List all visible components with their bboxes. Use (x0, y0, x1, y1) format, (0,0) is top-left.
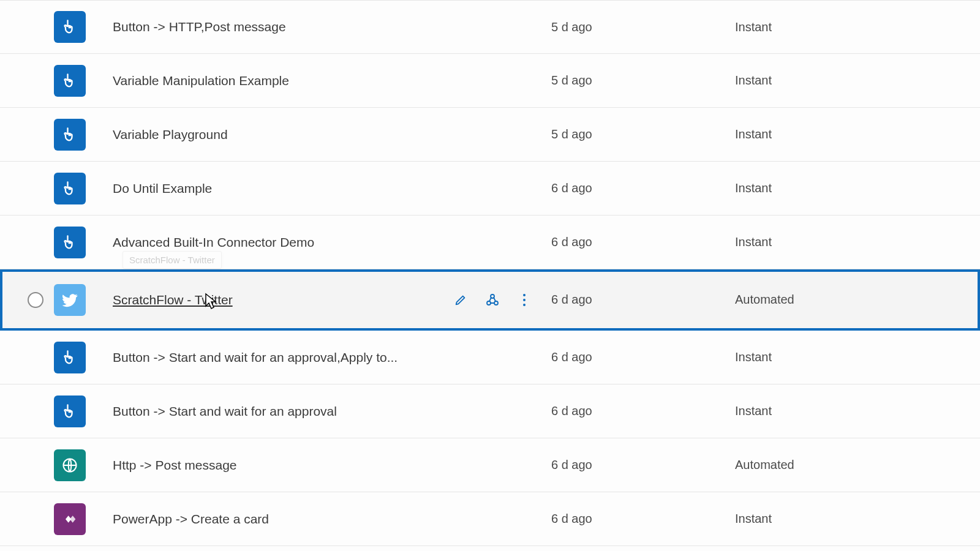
modified-time: 5 d ago (551, 20, 735, 34)
flow-type: Automated (735, 458, 980, 472)
flow-type: Instant (735, 512, 980, 526)
modified-time: 5 d ago (551, 73, 735, 88)
flow-name[interactable]: PowerApp -> Create a card (91, 512, 453, 527)
icon-col (54, 119, 91, 151)
modified-time: 6 d ago (551, 181, 735, 195)
flow-row[interactable]: ScratchFlow - Twitter6 d agoAutomatedScr… (0, 269, 980, 331)
flow-row[interactable]: Http -> Post message6 d agoAutomated (0, 438, 980, 492)
flow-name-text: PowerApp -> Create a card (113, 512, 269, 527)
share-icon[interactable] (485, 293, 500, 307)
flow-name-text: Variable Manipulation Example (113, 73, 289, 88)
button-icon (54, 227, 86, 258)
modified-time: 5 d ago (551, 127, 735, 141)
edit-icon[interactable] (453, 293, 468, 307)
flow-name[interactable]: Do Until Example (91, 181, 453, 196)
button-icon (54, 119, 86, 151)
powerapp-icon (54, 503, 86, 535)
flow-name-text: Http -> Post message (113, 458, 237, 473)
flow-row[interactable]: Button -> HTTP,Post message5 d agoInstan… (0, 0, 980, 54)
icon-col (54, 503, 91, 535)
modified-time: 6 d ago (551, 235, 735, 249)
icon-col (54, 449, 91, 481)
flow-row[interactable]: Do Until Example6 d agoInstant (0, 162, 980, 216)
flow-type: Instant (735, 20, 980, 34)
http-icon (54, 449, 86, 481)
flow-row[interactable]: Variable Playground5 d agoInstant (0, 108, 980, 162)
button-icon (54, 11, 86, 43)
flow-type: Instant (735, 127, 980, 141)
row-actions (453, 293, 551, 307)
flow-type: Instant (735, 404, 980, 418)
flow-name-text: Do Until Example (113, 181, 212, 196)
flow-name[interactable]: Button -> HTTP,Post message (91, 20, 453, 34)
flow-name[interactable]: Button -> Start and wait for an approval… (91, 350, 453, 365)
select-radio[interactable] (28, 292, 43, 308)
flow-name-text: Button -> HTTP,Post message (113, 20, 286, 34)
flow-name-text: Variable Playground (113, 127, 228, 142)
flow-row[interactable]: Button -> Start and wait for an approval… (0, 384, 980, 438)
flow-row[interactable]: Variable Manipulation Example5 d agoInst… (0, 54, 980, 108)
flow-row[interactable]: Button -> Start and wait for an approval… (0, 331, 980, 384)
flow-name[interactable]: Variable Manipulation Example (91, 73, 453, 88)
icon-col (54, 284, 91, 316)
flow-name[interactable]: Http -> Post message (91, 458, 453, 473)
flow-name-text: ScratchFlow - Twitter (113, 293, 233, 307)
twitter-icon (54, 284, 86, 316)
flow-row[interactable]: PowerApp -> Create a card6 d agoInstant (0, 492, 980, 546)
flow-list: Button -> HTTP,Post message5 d agoInstan… (0, 0, 980, 546)
icon-col (54, 342, 91, 373)
flow-name[interactable]: ScratchFlow - Twitter (91, 293, 453, 307)
flow-name-text: Advanced Built-In Connector Demo (113, 235, 314, 250)
flow-name[interactable]: Advanced Built-In Connector Demo (91, 235, 453, 250)
modified-time: 6 d ago (551, 512, 735, 526)
flow-name-text: Button -> Start and wait for an approval… (113, 350, 398, 365)
button-icon (54, 173, 86, 204)
flow-name-text: Button -> Start and wait for an approval (113, 404, 337, 419)
button-icon (54, 342, 86, 373)
flow-type: Instant (735, 350, 980, 364)
modified-time: 6 d ago (551, 350, 735, 364)
flow-type: Instant (735, 181, 980, 195)
modified-time: 6 d ago (551, 458, 735, 472)
more-icon[interactable] (517, 293, 532, 307)
icon-col (54, 11, 91, 43)
flow-type: Instant (735, 235, 980, 249)
flow-name[interactable]: Button -> Start and wait for an approval (91, 404, 453, 419)
flow-name[interactable]: Variable Playground (91, 127, 453, 142)
tooltip: ScratchFlow - Twitter (123, 251, 222, 269)
flow-type: Automated (735, 293, 980, 307)
icon-col (54, 395, 91, 427)
icon-col (54, 227, 91, 258)
icon-col (54, 173, 91, 204)
svg-point-1 (487, 301, 491, 305)
icon-col (54, 65, 91, 97)
modified-time: 6 d ago (551, 293, 735, 307)
button-icon (54, 65, 86, 97)
svg-point-2 (494, 301, 498, 305)
select-col (17, 292, 54, 308)
button-icon (54, 395, 86, 427)
flow-type: Instant (735, 73, 980, 88)
modified-time: 6 d ago (551, 404, 735, 418)
